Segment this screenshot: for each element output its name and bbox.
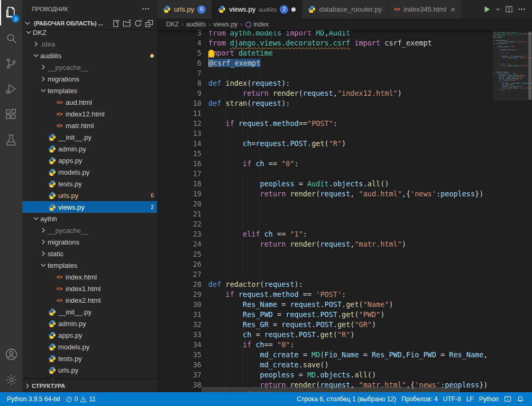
close-icon[interactable]: × — [451, 5, 455, 13]
activity-run-debug[interactable] — [0, 76, 22, 102]
tree-item-apps.py[interactable]: apps.py — [22, 329, 157, 341]
code-line-5[interactable]: 5import datetime — [157, 48, 493, 58]
tree-item-views.py[interactable]: views.py2 — [22, 201, 157, 213]
refresh-icon[interactable] — [133, 19, 143, 29]
tree-item-models.py[interactable]: models.py — [22, 341, 157, 353]
code-line-27[interactable]: 27 — [157, 269, 493, 279]
code-line-28[interactable]: 28def redactor(request): — [157, 279, 493, 290]
tree-item-.idea[interactable]: .idea — [22, 38, 157, 50]
tree-item-models.py[interactable]: models.py — [22, 166, 157, 178]
tree-item-tests.py[interactable]: tests.py — [22, 178, 157, 190]
code-line-32[interactable]: 32 Res_GR = request.POST.get("GR") — [157, 320, 493, 330]
activity-source-control[interactable] — [0, 51, 22, 76]
python-interpreter-status[interactable]: Python 3.9.5 64-bit — [4, 392, 63, 406]
tree-item-__pycache__[interactable]: __pycache__ — [22, 224, 157, 236]
code-line-18[interactable]: 18 peopless = Audit.objects.all() — [157, 179, 493, 189]
more-actions-icon[interactable] — [518, 5, 526, 13]
tree-item-index1.html[interactable]: <>index1.html — [22, 283, 157, 294]
tree-item-aythh[interactable]: aythh — [22, 213, 157, 224]
code-line-37[interactable]: 37 peopless = MD.objects.all() — [157, 370, 493, 380]
code-line-10[interactable]: 10def stran(request): — [157, 98, 493, 109]
code-line-35[interactable]: 35 md_create = MD(Fio_Name = Res_PWD,Fio… — [157, 350, 493, 360]
horizontal-scrollbar-thumb[interactable] — [201, 387, 460, 392]
run-python-file-button[interactable] — [483, 5, 491, 13]
code-line-6[interactable]: 6@csrf_exempt — [157, 58, 493, 68]
code-line-29[interactable]: 29 if request.method == 'POST': — [157, 290, 493, 300]
code-line-13[interactable]: 13 — [157, 129, 493, 139]
code-line-12[interactable]: 12 if request.method=="POST": — [157, 119, 493, 129]
outline-section-header[interactable]: СТРУКТУРА — [22, 379, 157, 392]
activity-search[interactable] — [0, 25, 22, 51]
horizontal-scrollbar[interactable] — [201, 387, 489, 392]
vertical-scrollbar-thumb[interactable] — [528, 32, 531, 100]
tree-item-urls.py[interactable]: urls.py6 — [22, 190, 157, 201]
views-more-actions-icon[interactable] — [142, 5, 150, 13]
tree-item-__init__.py[interactable]: __init__.py — [22, 131, 157, 143]
eol-status[interactable]: LF — [464, 395, 476, 403]
activity-testing[interactable] — [0, 127, 22, 152]
activity-settings[interactable] — [0, 367, 22, 392]
minimap-slider[interactable] — [493, 30, 532, 101]
tab-index345.html[interactable]: <>index345.html× — [388, 0, 462, 19]
tree-item-admin.py[interactable]: admin.py — [22, 143, 157, 155]
code-line-9[interactable]: 9 return render(request,"index12.html") — [157, 88, 493, 98]
tree-item-templates[interactable]: templates — [22, 259, 157, 271]
run-dropdown-chevron-icon[interactable] — [496, 7, 500, 12]
lightbulb-icon[interactable] — [208, 50, 214, 58]
new-file-icon[interactable] — [111, 19, 121, 29]
code-line-25[interactable]: 25 — [157, 249, 493, 259]
tree-item-static[interactable]: static — [22, 248, 157, 259]
code-line-17[interactable]: 17 — [157, 169, 493, 179]
language-mode-status[interactable]: Python — [476, 395, 501, 403]
code-line-19[interactable]: 19 return render(request, "aud.html",{'n… — [157, 189, 493, 199]
code-line-34[interactable]: 34 if ch== "0": — [157, 340, 493, 350]
code-pane[interactable]: 3from aythh.models import MD,Audit4from … — [157, 30, 493, 392]
code-line-20[interactable]: 20 — [157, 199, 493, 209]
tree-item-urls.py[interactable]: urls.py — [22, 364, 157, 376]
code-line-22[interactable]: 22 — [157, 219, 493, 229]
code-line-16[interactable]: 16 if ch == "0": — [157, 159, 493, 169]
vertical-scrollbar[interactable] — [528, 30, 532, 392]
breadcrumb-item-DKZ[interactable]: DKZ — [166, 21, 179, 28]
breadcrumb-item-index[interactable]: index — [245, 21, 269, 28]
tree-item-aud.html[interactable]: <>aud.html — [22, 96, 157, 108]
tree-item-matr.html[interactable]: <>matr.html — [22, 120, 157, 131]
code-line-23[interactable]: 23 elif ch == "1": — [157, 229, 493, 239]
tree-item-__init__.py[interactable]: __init__.py — [22, 306, 157, 318]
code-line-31[interactable]: 31 Res_PWD = request.POST.get("PWD") — [157, 310, 493, 320]
code-editor[interactable]: 3from aythh.models import MD,Audit4from … — [157, 30, 532, 392]
code-line-30[interactable]: 30 Res_Name = request.POST.get("Name") — [157, 300, 493, 310]
cursor-position-status[interactable]: Строка 6, столбец 1 (выбрано 12) — [294, 395, 399, 403]
tab-database_roouter.py[interactable]: database_roouter.py — [302, 0, 388, 19]
tree-item-index.html[interactable]: <>index.html — [22, 271, 157, 283]
indentation-status[interactable]: Пробелов: 4 — [399, 395, 441, 403]
breadcrumb-item-audiiits[interactable]: audiiits — [186, 21, 206, 28]
collapse-all-icon[interactable] — [144, 19, 154, 29]
code-line-7[interactable]: 7 — [157, 68, 493, 78]
tree-item-templates[interactable]: templates — [22, 85, 157, 96]
code-line-3[interactable]: 3from aythh.models import MD,Audit — [157, 30, 493, 38]
code-line-26[interactable]: 26 — [157, 259, 493, 269]
code-line-11[interactable]: 11 — [157, 109, 493, 119]
tree-item-migrations[interactable]: migrations — [22, 73, 157, 85]
tab-views.py[interactable]: views.pyaudiiits2 — [212, 0, 302, 19]
code-line-24[interactable]: 24 return render(request,"matr.html") — [157, 239, 493, 249]
tree-item-index2.html[interactable]: <>index2.html — [22, 294, 157, 306]
code-line-4[interactable]: 4from django.views.decorators.csrf impor… — [157, 38, 493, 48]
tree-item-index12.html[interactable]: <>index12.html — [22, 108, 157, 120]
activity-accounts[interactable] — [0, 341, 22, 367]
new-folder-icon[interactable] — [122, 19, 132, 29]
code-line-21[interactable]: 21 — [157, 209, 493, 219]
breadcrumb-item-views.py[interactable]: views.py — [213, 21, 237, 28]
split-editor-icon[interactable] — [505, 5, 513, 13]
code-line-33[interactable]: 33 ch = request.POST.get("R") — [157, 330, 493, 340]
encoding-status[interactable]: UTF-8 — [441, 395, 464, 403]
tree-item-admin.py[interactable]: admin.py — [22, 318, 157, 329]
code-line-15[interactable]: 15 — [157, 149, 493, 159]
tree-item-audiiits[interactable]: audiiits — [22, 50, 157, 61]
tree-item-__pycache__[interactable]: __pycache__ — [22, 61, 157, 73]
tab-urls.py[interactable]: urls.py6 — [157, 0, 212, 19]
notifications-status[interactable] — [514, 395, 527, 403]
tree-item-apps.py[interactable]: apps.py — [22, 155, 157, 166]
minimap[interactable]: from aythh.models import MD,Auditfrom dj… — [493, 30, 532, 392]
